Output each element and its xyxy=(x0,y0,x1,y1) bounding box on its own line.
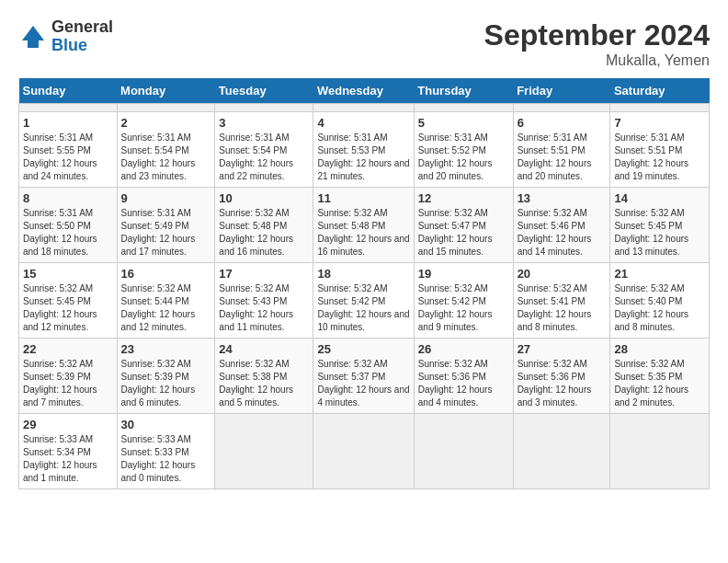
calendar-day-cell: 3Sunrise: 5:31 AMSunset: 5:54 PMDaylight… xyxy=(215,112,313,188)
day-info: Sunrise: 5:31 AMSunset: 5:49 PMDaylight:… xyxy=(121,207,211,259)
calendar-day-cell: 9Sunrise: 5:31 AMSunset: 5:49 PMDaylight… xyxy=(117,188,215,263)
day-info: Sunrise: 5:31 AMSunset: 5:52 PMDaylight:… xyxy=(418,132,509,183)
calendar-week-row: 22Sunrise: 5:32 AMSunset: 5:39 PMDayligh… xyxy=(19,339,710,414)
calendar-day-cell xyxy=(19,104,118,112)
day-number: 2 xyxy=(121,116,211,130)
day-info: Sunrise: 5:32 AMSunset: 5:45 PMDaylight:… xyxy=(23,282,113,334)
day-of-week-header: Tuesday xyxy=(215,78,313,104)
logo-icon xyxy=(18,22,48,52)
day-info: Sunrise: 5:32 AMSunset: 5:41 PMDaylight:… xyxy=(518,282,607,334)
calendar-week-row: 8Sunrise: 5:31 AMSunset: 5:50 PMDaylight… xyxy=(19,188,710,263)
day-number: 30 xyxy=(121,418,211,431)
calendar-day-cell: 23Sunrise: 5:32 AMSunset: 5:39 PMDayligh… xyxy=(117,339,215,414)
day-number: 15 xyxy=(23,267,113,281)
logo-text: General Blue xyxy=(51,18,113,55)
calendar-day-cell: 5Sunrise: 5:31 AMSunset: 5:52 PMDaylight… xyxy=(414,112,513,188)
calendar-day-cell: 2Sunrise: 5:31 AMSunset: 5:54 PMDaylight… xyxy=(117,112,215,188)
calendar-day-cell xyxy=(610,414,710,489)
day-of-week-header: Sunday xyxy=(19,78,118,104)
calendar-day-cell: 26Sunrise: 5:32 AMSunset: 5:36 PMDayligh… xyxy=(414,339,513,414)
day-info: Sunrise: 5:32 AMSunset: 5:36 PMDaylight:… xyxy=(418,358,509,409)
day-info: Sunrise: 5:31 AMSunset: 5:53 PMDaylight:… xyxy=(317,132,409,183)
calendar-day-cell: 12Sunrise: 5:32 AMSunset: 5:47 PMDayligh… xyxy=(414,188,513,263)
day-number: 12 xyxy=(418,191,509,205)
page-header: General Blue September 2024 Mukalla, Yem… xyxy=(18,18,710,69)
calendar-day-cell: 20Sunrise: 5:32 AMSunset: 5:41 PMDayligh… xyxy=(513,263,610,339)
day-info: Sunrise: 5:31 AMSunset: 5:51 PMDaylight:… xyxy=(614,132,705,183)
calendar-day-cell: 8Sunrise: 5:31 AMSunset: 5:50 PMDaylight… xyxy=(19,188,118,263)
day-number: 6 xyxy=(518,116,607,130)
calendar-day-cell: 16Sunrise: 5:32 AMSunset: 5:44 PMDayligh… xyxy=(117,263,215,339)
day-number: 14 xyxy=(614,191,705,205)
day-info: Sunrise: 5:31 AMSunset: 5:51 PMDaylight:… xyxy=(518,132,607,183)
calendar-header-row: SundayMondayTuesdayWednesdayThursdayFrid… xyxy=(19,78,710,104)
day-number: 5 xyxy=(418,116,509,130)
day-info: Sunrise: 5:32 AMSunset: 5:48 PMDaylight:… xyxy=(317,207,409,259)
day-number: 19 xyxy=(418,267,509,281)
calendar-day-cell xyxy=(215,414,313,489)
day-info: Sunrise: 5:33 AMSunset: 5:33 PMDaylight:… xyxy=(121,433,211,485)
day-number: 21 xyxy=(614,267,705,281)
calendar-day-cell: 19Sunrise: 5:32 AMSunset: 5:42 PMDayligh… xyxy=(414,263,513,339)
calendar-day-cell: 30Sunrise: 5:33 AMSunset: 5:33 PMDayligh… xyxy=(117,414,215,489)
day-of-week-header: Friday xyxy=(513,78,610,104)
calendar-day-cell: 27Sunrise: 5:32 AMSunset: 5:36 PMDayligh… xyxy=(513,339,610,414)
day-info: Sunrise: 5:32 AMSunset: 5:42 PMDaylight:… xyxy=(418,282,509,334)
calendar-week-row xyxy=(19,104,710,112)
day-info: Sunrise: 5:31 AMSunset: 5:50 PMDaylight:… xyxy=(23,207,113,259)
calendar-day-cell: 13Sunrise: 5:32 AMSunset: 5:46 PMDayligh… xyxy=(513,188,610,263)
day-info: Sunrise: 5:32 AMSunset: 5:39 PMDaylight:… xyxy=(121,358,211,409)
day-info: Sunrise: 5:32 AMSunset: 5:43 PMDaylight:… xyxy=(219,282,309,334)
day-number: 4 xyxy=(317,116,409,130)
day-info: Sunrise: 5:32 AMSunset: 5:37 PMDaylight:… xyxy=(317,358,409,409)
day-number: 28 xyxy=(614,342,705,356)
calendar-week-row: 29Sunrise: 5:33 AMSunset: 5:34 PMDayligh… xyxy=(19,414,710,489)
logo-general: General xyxy=(51,18,113,37)
calendar-day-cell: 15Sunrise: 5:32 AMSunset: 5:45 PMDayligh… xyxy=(19,263,118,339)
calendar-day-cell: 7Sunrise: 5:31 AMSunset: 5:51 PMDaylight… xyxy=(610,112,710,188)
day-number: 24 xyxy=(219,342,309,356)
calendar-day-cell xyxy=(313,104,414,112)
day-number: 20 xyxy=(518,267,607,281)
day-info: Sunrise: 5:32 AMSunset: 5:48 PMDaylight:… xyxy=(219,207,309,259)
day-info: Sunrise: 5:32 AMSunset: 5:46 PMDaylight:… xyxy=(518,207,607,259)
calendar-day-cell xyxy=(313,414,414,489)
calendar-day-cell: 14Sunrise: 5:32 AMSunset: 5:45 PMDayligh… xyxy=(610,188,710,263)
title-block: September 2024 Mukalla, Yemen xyxy=(484,18,710,69)
day-of-week-header: Wednesday xyxy=(313,78,414,104)
day-info: Sunrise: 5:32 AMSunset: 5:45 PMDaylight:… xyxy=(614,207,705,259)
day-info: Sunrise: 5:32 AMSunset: 5:47 PMDaylight:… xyxy=(418,207,509,259)
day-number: 27 xyxy=(518,342,607,356)
svg-marker-0 xyxy=(22,26,44,40)
day-number: 8 xyxy=(23,191,113,205)
calendar-day-cell: 10Sunrise: 5:32 AMSunset: 5:48 PMDayligh… xyxy=(215,188,313,263)
calendar-day-cell: 21Sunrise: 5:32 AMSunset: 5:40 PMDayligh… xyxy=(610,263,710,339)
day-number: 18 xyxy=(317,267,409,281)
day-info: Sunrise: 5:32 AMSunset: 5:44 PMDaylight:… xyxy=(121,282,211,334)
calendar-day-cell: 24Sunrise: 5:32 AMSunset: 5:38 PMDayligh… xyxy=(215,339,313,414)
location-subtitle: Mukalla, Yemen xyxy=(484,52,710,69)
day-number: 23 xyxy=(121,342,211,356)
calendar-day-cell: 17Sunrise: 5:32 AMSunset: 5:43 PMDayligh… xyxy=(215,263,313,339)
calendar-day-cell: 11Sunrise: 5:32 AMSunset: 5:48 PMDayligh… xyxy=(313,188,414,263)
day-number: 7 xyxy=(614,116,705,130)
calendar-day-cell xyxy=(117,104,215,112)
day-number: 26 xyxy=(418,342,509,356)
month-year-title: September 2024 xyxy=(484,18,710,52)
day-number: 9 xyxy=(121,191,211,205)
day-number: 10 xyxy=(219,191,309,205)
day-info: Sunrise: 5:33 AMSunset: 5:34 PMDaylight:… xyxy=(23,433,113,485)
day-number: 3 xyxy=(219,116,309,130)
day-number: 22 xyxy=(23,342,113,356)
day-number: 11 xyxy=(317,191,409,205)
day-info: Sunrise: 5:32 AMSunset: 5:38 PMDaylight:… xyxy=(219,358,309,409)
day-info: Sunrise: 5:31 AMSunset: 5:54 PMDaylight:… xyxy=(219,132,309,183)
calendar-day-cell xyxy=(610,104,710,112)
calendar-day-cell xyxy=(414,104,513,112)
calendar-day-cell xyxy=(513,104,610,112)
day-number: 17 xyxy=(219,267,309,281)
calendar-day-cell: 28Sunrise: 5:32 AMSunset: 5:35 PMDayligh… xyxy=(610,339,710,414)
calendar-week-row: 1Sunrise: 5:31 AMSunset: 5:55 PMDaylight… xyxy=(19,112,710,188)
day-info: Sunrise: 5:32 AMSunset: 5:39 PMDaylight:… xyxy=(23,358,113,409)
calendar-day-cell: 1Sunrise: 5:31 AMSunset: 5:55 PMDaylight… xyxy=(19,112,118,188)
